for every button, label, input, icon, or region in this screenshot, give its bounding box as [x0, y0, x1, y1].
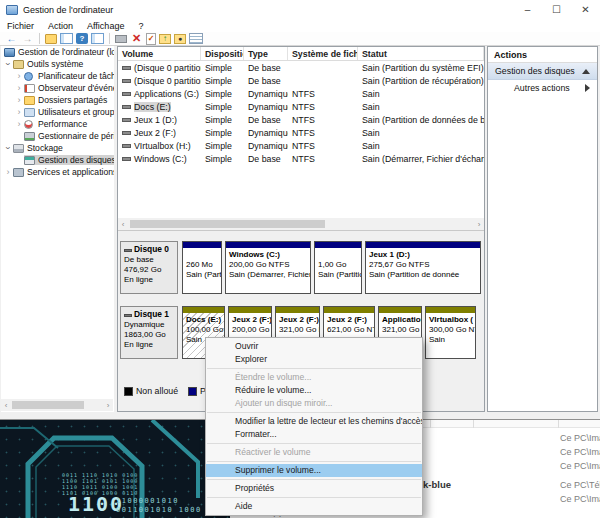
- help-icon[interactable]: ?: [76, 33, 88, 44]
- tree-item-outils-systeme[interactable]: › Outils système: [1, 58, 114, 70]
- volume-row[interactable]: (Disque 0 partition 4) SimpleDe base Sai…: [118, 74, 484, 87]
- file-name-fragment[interactable]: k-blue: [423, 479, 451, 490]
- volume-row-selected[interactable]: Docs (E:) SimpleDynamique NTFSSain: [118, 100, 484, 113]
- delete-icon[interactable]: ✕: [130, 33, 143, 45]
- tree-item-services-applications[interactable]: › Services et applications: [1, 166, 114, 178]
- volume-row[interactable]: VIrtualbox (H:) SimpleDynamique NTFSSain: [118, 139, 484, 152]
- volume-icon: [122, 92, 131, 96]
- menu-affichage[interactable]: Affichage: [80, 21, 131, 31]
- tree-item-gestion-des-disques[interactable]: › Gestion des disques: [1, 154, 114, 166]
- file-location[interactable]: Ce PC\Imag: [560, 461, 600, 471]
- menu-item-proprietes[interactable]: Propriétés: [206, 482, 422, 495]
- validate-icon[interactable]: ✓: [146, 33, 156, 45]
- scroll-thumb[interactable]: [130, 220, 325, 228]
- refresh-up-icon[interactable]: ↑: [159, 34, 171, 44]
- volume-icon: [122, 157, 131, 161]
- column-header-statut[interactable]: Statut: [358, 47, 484, 60]
- menu-item-modifier-lettre-lecteur[interactable]: Modifier la lettre de lecteur et les che…: [206, 415, 422, 428]
- chevron-expanded-icon[interactable]: ›: [3, 59, 13, 69]
- menu-item-explorer[interactable]: Explorer: [206, 353, 422, 366]
- tree-item-dossiers-partages[interactable]: › Dossiers partagés: [1, 94, 114, 106]
- tree-item-observateur[interactable]: › Observateur d'événeme: [1, 82, 114, 94]
- menu-item-ouvrir[interactable]: Ouvrir: [206, 340, 422, 353]
- disk-1-label[interactable]: Disque 1 Dynamique 1863,00 Go En ligne: [120, 306, 178, 359]
- scroll-right-icon[interactable]: ›: [103, 401, 113, 410]
- column-header-type[interactable]: Type: [244, 47, 288, 60]
- column-header-disposition[interactable]: Disposition: [201, 47, 244, 60]
- menu-separator: [207, 479, 421, 480]
- partition-efi[interactable]: 260 MoSain (Part: [182, 241, 222, 294]
- maximize-button[interactable]: ☐: [542, 0, 571, 19]
- disk-management-icon: [24, 156, 35, 165]
- tree-item-computer-management[interactable]: Gestion de l'ordinateur (local): [1, 46, 114, 58]
- menu-item-aide[interactable]: Aide: [206, 500, 422, 513]
- tree-item-utilisateurs[interactable]: › Utilisateurs et groupes l: [1, 106, 114, 118]
- export-list-icon[interactable]: [45, 34, 57, 44]
- file-location[interactable]: Ce PC\Imag: [560, 433, 600, 443]
- scroll-left-icon[interactable]: ‹: [1, 401, 11, 410]
- storage-icon: [13, 144, 24, 153]
- partition-windows-c[interactable]: Windows (C:)200,00 Go NTFSSain (Démarrer…: [225, 241, 311, 294]
- scroll-thumb[interactable]: [12, 401, 84, 409]
- shared-folders-icon: [24, 96, 35, 105]
- column-header-systeme[interactable]: Système de fichiers: [288, 47, 358, 60]
- close-button[interactable]: ✕: [571, 0, 600, 19]
- actions-group-gestion-des-disques[interactable]: Gestion des disques: [488, 63, 597, 80]
- show-action-pane-icon[interactable]: [91, 33, 104, 44]
- menu-item-ajouter-disque-miroir: Ajouter un disque miroir...: [206, 397, 422, 410]
- chevron-expanded-icon[interactable]: ›: [3, 143, 13, 153]
- back-arrow-icon[interactable]: ←: [5, 33, 18, 45]
- chevron-collapsed-icon[interactable]: ›: [14, 95, 24, 105]
- volume-row[interactable]: Applications (G:) SimpleDynamique NTFSSa…: [118, 87, 484, 100]
- menu-action[interactable]: Action: [41, 21, 80, 31]
- actions-pane: Actions Gestion des disques Autres actio…: [487, 46, 598, 412]
- chevron-collapsed-icon[interactable]: ›: [14, 119, 24, 129]
- menu-bar: Fichier Action Affichage ?: [0, 19, 600, 32]
- volume-icon: [122, 79, 131, 83]
- menu-item-reduire-le-volume[interactable]: Réduire le volume...: [206, 384, 422, 397]
- volume-row[interactable]: Windows (C:) SimpleDe base NTFSSain (Dém…: [118, 152, 484, 165]
- menu-separator: [207, 443, 421, 444]
- scroll-right-icon[interactable]: ›: [474, 220, 484, 229]
- menu-help[interactable]: ?: [131, 21, 150, 31]
- menu-separator: [207, 497, 421, 498]
- file-location[interactable]: Ce PC\Téléc: [560, 480, 600, 490]
- disk-0-label[interactable]: Disque 0 De base 476,92 Go En ligne: [120, 241, 178, 294]
- chevron-collapsed-icon[interactable]: ›: [14, 83, 24, 93]
- file-location[interactable]: Ce PC\Imag: [560, 447, 600, 457]
- tree-item-stockage[interactable]: › Stockage: [1, 142, 114, 154]
- tree-item-planificateur[interactable]: › Planificateur de tâches: [1, 70, 114, 82]
- actions-item-autres-actions[interactable]: Autres actions: [488, 80, 597, 96]
- volume-row[interactable]: Jeux 2 (F:) SimpleDynamique NTFSSain: [118, 126, 484, 139]
- volume-icon: [122, 105, 131, 109]
- window-title: Gestion de l'ordinateur: [23, 5, 113, 15]
- chevron-collapsed-icon[interactable]: ›: [14, 107, 24, 117]
- find-icon[interactable]: ●: [174, 34, 186, 44]
- remote-connection-icon[interactable]: [115, 35, 127, 43]
- properties-icon[interactable]: [189, 33, 203, 44]
- volume-row[interactable]: (Disque 0 partition 1) SimpleDe base Sai…: [118, 61, 484, 74]
- chevron-collapsed-icon[interactable]: ›: [14, 71, 24, 81]
- volume-list-horizontal-scrollbar[interactable]: ‹ ›: [118, 218, 484, 230]
- volume-row[interactable]: Jeux 1 (D:) SimpleDe base NTFSSain (Part…: [118, 113, 484, 126]
- column-header-volume[interactable]: Volume: [118, 47, 201, 60]
- partition-virtualbox-h[interactable]: VIrtualbox (300,00 Go NTSain: [425, 306, 476, 359]
- menu-fichier[interactable]: Fichier: [0, 21, 41, 31]
- partition-jeux1-d[interactable]: Jeux 1 (D:)275,67 Go NTFSSain (Partition…: [365, 241, 481, 294]
- menu-item-formater[interactable]: Formater...: [206, 428, 422, 441]
- show-console-tree-icon[interactable]: [60, 33, 73, 44]
- scroll-left-icon[interactable]: ‹: [118, 220, 128, 229]
- tree-horizontal-scrollbar[interactable]: ‹ ›: [1, 399, 113, 411]
- menu-item-supprimer-le-volume[interactable]: Supprimer le volume...: [206, 464, 422, 477]
- forward-arrow-icon[interactable]: →: [21, 33, 34, 45]
- console-tree: Gestion de l'ordinateur (local) › Outils…: [1, 46, 114, 412]
- menu-item-etendre-le-volume: Étendre le volume...: [206, 371, 422, 384]
- partition-recovery[interactable]: 1,00 GoSain (Partitio: [314, 241, 362, 294]
- chevron-collapsed-icon[interactable]: ›: [3, 167, 13, 177]
- tree-item-performance[interactable]: › Performance: [1, 118, 114, 130]
- file-location[interactable]: Ce PC\Imag: [560, 494, 600, 504]
- minimize-button[interactable]: –: [513, 0, 542, 19]
- volume-icon: [122, 144, 131, 148]
- collapse-icon[interactable]: [582, 69, 590, 74]
- tree-item-gestionnaire-peripheriques[interactable]: › Gestionnaire de périphé: [1, 130, 114, 142]
